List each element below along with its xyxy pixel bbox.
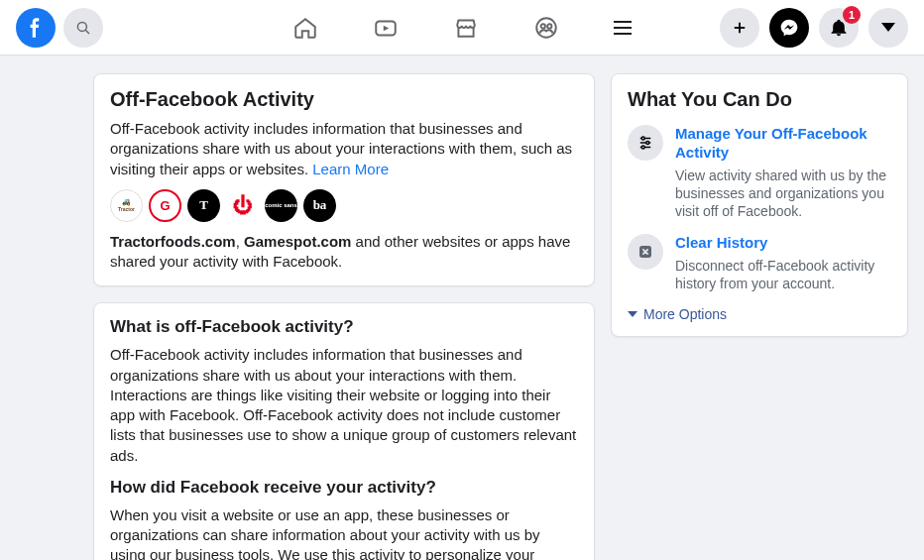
clear-history-link[interactable]: Clear History [675,234,891,253]
sidebar-title: What You Can Do [628,88,891,111]
messenger-button[interactable] [769,8,809,48]
more-options-label: More Options [643,306,727,322]
q1-title: What is off-Facebook activity? [110,317,578,337]
action-manage-activity: Manage Your Off-Facebook Activity View a… [628,125,891,220]
clear-icon [628,234,663,270]
main-column: Off-Facebook Activity Off-Facebook activ… [93,73,595,560]
manage-activity-link[interactable]: Manage Your Off-Facebook Activity [675,125,891,163]
notifications-button[interactable]: 1 [819,8,859,48]
top-right-actions: 1 [720,8,908,48]
q1-body: Off-Facebook activity includes informati… [110,345,578,466]
clear-history-desc: Disconnect off-Facebook activity history… [675,257,891,292]
create-button[interactable] [720,8,759,48]
source-icon-gamespot[interactable]: G [149,189,181,222]
card1-description: Off-Facebook activity includes informati… [110,119,578,179]
what-is-card: What is off-Facebook activity? Off-Faceb… [93,302,595,560]
manage-activity-desc: View activity shared with us by the busi… [675,167,891,221]
search-button[interactable] [63,8,103,48]
facebook-logo[interactable] [16,8,56,48]
shared-activity-text: Tractorfoods.com, Gamespot.com and other… [110,232,578,273]
source-icon-power[interactable]: ⏻ [226,189,259,222]
chevron-down-icon [881,23,895,32]
account-menu-button[interactable] [868,8,908,48]
svg-point-3 [536,18,556,38]
notification-badge: 1 [843,6,861,24]
nav-center [292,0,632,55]
what-you-can-do-card: What You Can Do Manage Your Off-Facebook… [611,73,908,337]
nav-groups[interactable] [533,15,559,41]
q2-body: When you visit a website or use an app, … [110,505,578,560]
svg-point-12 [646,142,649,145]
nav-home[interactable] [292,15,318,41]
more-options-toggle[interactable]: More Options [628,306,891,322]
action-clear-history: Clear History Disconnect off-Facebook ac… [628,234,891,292]
svg-point-13 [641,146,644,149]
svg-point-11 [641,137,644,140]
source-icon-circle[interactable]: comic sans [265,189,297,222]
card1-title: Off-Facebook Activity [110,88,578,111]
nav-watch[interactable] [373,15,399,41]
page-content: Off-Facebook Activity Off-Facebook activ… [0,56,924,560]
top-navbar: 1 [0,0,924,56]
nav-menu[interactable] [614,21,632,35]
svg-point-4 [541,24,545,28]
source-icon-ba[interactable]: ba [303,189,336,222]
svg-point-5 [547,24,551,28]
activity-source-icons: 🚜Tractor G T ⏻ comic sans ba [110,189,578,222]
menu-icon [614,21,632,35]
learn-more-link[interactable]: Learn More [312,161,389,177]
source-icon-nyt[interactable]: T [187,189,220,222]
svg-line-1 [85,30,89,34]
source-icon-tractor[interactable]: 🚜Tractor [110,189,143,222]
q2-title: How did Facebook receive your activity? [110,478,578,498]
off-facebook-activity-card: Off-Facebook Activity Off-Facebook activ… [93,73,595,286]
chevron-down-icon [628,311,637,317]
sidebar-column: What You Can Do Manage Your Off-Facebook… [611,73,908,560]
nav-marketplace[interactable] [453,15,479,41]
sliders-icon [628,125,663,161]
svg-point-0 [77,22,86,31]
